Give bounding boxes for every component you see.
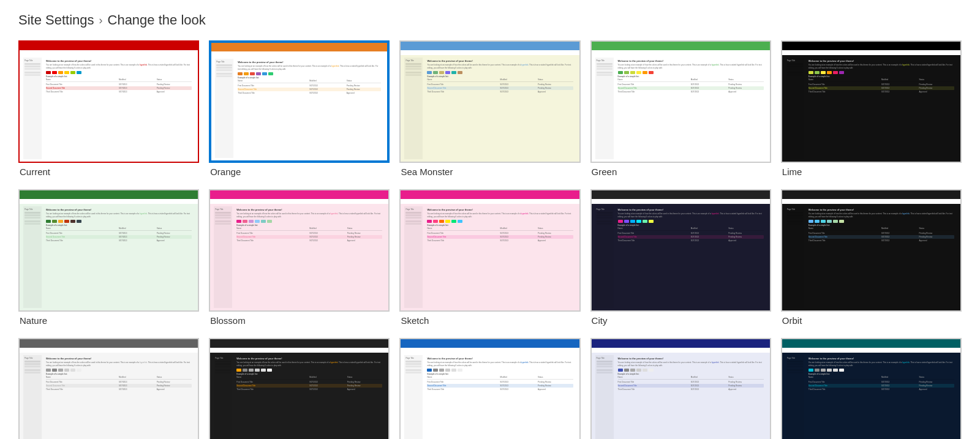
theme-preview-blossom[interactable]: Page Title Welcome to the preview of you…: [209, 189, 390, 312]
theme-blue[interactable]: Page Title Welcome to the preview of you…: [399, 338, 580, 439]
theme-preview-orange[interactable]: Page Title Welcome to the preview of you…: [209, 40, 390, 163]
theme-preview-sketch[interactable]: Page Title Welcome to the preview of you…: [399, 189, 580, 312]
theme-label-lime: Lime: [781, 167, 962, 177]
breadcrumb-parent[interactable]: Site Settings: [18, 12, 94, 28]
theme-orange[interactable]: Page Title Welcome to the preview of you…: [209, 40, 390, 177]
breadcrumb-separator: ›: [99, 14, 103, 27]
theme-preview-seamonster[interactable]: Page Title Welcome to the preview of you…: [399, 40, 580, 163]
theme-preview-orbit[interactable]: Page Title Welcome to the preview of you…: [781, 189, 962, 312]
theme-preview-teal[interactable]: Page Title Welcome to the preview of you…: [781, 338, 962, 439]
theme-label-blossom: Blossom: [209, 315, 390, 326]
theme-preview-lime[interactable]: Page Title Welcome to the preview of you…: [781, 40, 962, 163]
theme-preview-grey[interactable]: Page Title Welcome to the preview of you…: [18, 338, 199, 439]
themes-grid: Page Title Welcome to the preview of you…: [18, 40, 962, 439]
theme-sketch[interactable]: Page Title Welcome to the preview of you…: [399, 189, 580, 326]
theme-city[interactable]: Page Title Welcome to the preview of you…: [590, 189, 771, 326]
theme-label-seamonster: Sea Monster: [399, 167, 580, 177]
theme-preview-navy[interactable]: Page Title Welcome to the preview of you…: [590, 338, 771, 439]
theme-label-orange: Orange: [209, 167, 390, 177]
theme-preview-dark[interactable]: Page Title Welcome to the preview of you…: [209, 338, 390, 439]
theme-grey[interactable]: Page Title Welcome to the preview of you…: [18, 338, 199, 439]
theme-label-sketch: Sketch: [399, 315, 580, 326]
theme-label-nature: Nature: [18, 315, 199, 326]
theme-label-city: City: [590, 315, 771, 326]
theme-label-green: Green: [590, 167, 771, 177]
theme-blossom[interactable]: Page Title Welcome to the preview of you…: [209, 189, 390, 326]
theme-preview-green[interactable]: Page Title Welcome to the preview of you…: [590, 40, 771, 163]
theme-orbit[interactable]: Page Title Welcome to the preview of you…: [781, 189, 962, 326]
theme-preview-city[interactable]: Page Title Welcome to the preview of you…: [590, 189, 771, 312]
theme-current[interactable]: Page Title Welcome to the preview of you…: [18, 40, 199, 177]
theme-seamonster[interactable]: Page Title Welcome to the preview of you…: [399, 40, 580, 177]
theme-preview-current[interactable]: Page Title Welcome to the preview of you…: [18, 40, 199, 163]
theme-navy[interactable]: Page Title Welcome to the preview of you…: [590, 338, 771, 439]
theme-lime[interactable]: Page Title Welcome to the preview of you…: [781, 40, 962, 177]
theme-label-current: Current: [18, 167, 199, 177]
theme-dark[interactable]: Page Title Welcome to the preview of you…: [209, 338, 390, 439]
breadcrumb: Site Settings › Change the look: [18, 12, 962, 28]
theme-nature[interactable]: Page Title Welcome to the preview of you…: [18, 189, 199, 326]
theme-teal[interactable]: Page Title Welcome to the preview of you…: [781, 338, 962, 439]
theme-preview-blue[interactable]: Page Title Welcome to the preview of you…: [399, 338, 580, 439]
theme-green[interactable]: Page Title Welcome to the preview of you…: [590, 40, 771, 177]
breadcrumb-current: Change the look: [108, 12, 206, 28]
theme-label-orbit: Orbit: [781, 315, 962, 326]
theme-preview-nature[interactable]: Page Title Welcome to the preview of you…: [18, 189, 199, 312]
